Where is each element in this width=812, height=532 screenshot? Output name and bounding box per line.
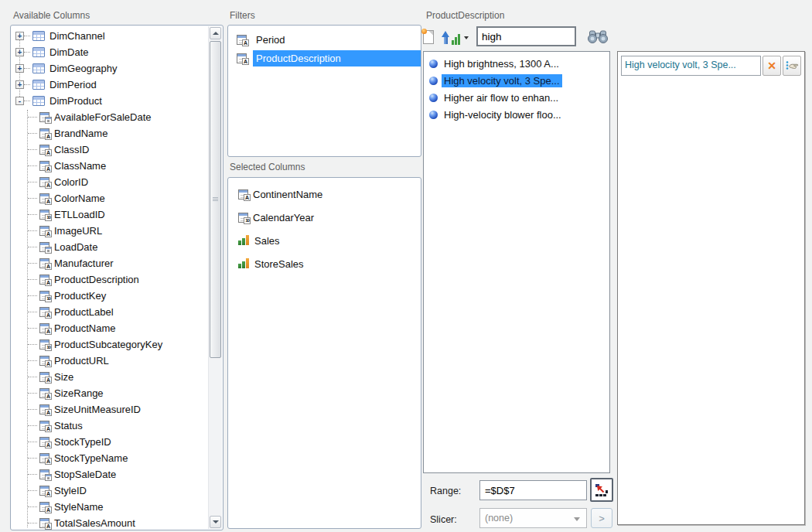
column-type-icon bbox=[238, 213, 248, 223]
value-item[interactable]: High velocity volt, 3 Spe... bbox=[424, 72, 609, 89]
value-item[interactable]: High brightness, 1300 A... bbox=[424, 55, 609, 72]
tree-item-label: ProductSubcategoryKey bbox=[54, 339, 162, 350]
tree-item[interactable]: ProductKey bbox=[12, 288, 209, 304]
tree-item[interactable]: ProductDescription bbox=[12, 271, 209, 288]
column-type-icon bbox=[39, 502, 49, 512]
tree-item[interactable]: BrandName bbox=[12, 125, 209, 142]
tree-item[interactable]: ProductSubcategoryKey bbox=[12, 336, 209, 353]
tree-scrollbar[interactable] bbox=[208, 26, 222, 529]
tree-item[interactable]: DimProduct bbox=[12, 93, 209, 109]
slicer-go-button[interactable]: > bbox=[591, 508, 612, 528]
tree-item-label: SizeUnitMeasureID bbox=[54, 404, 141, 415]
tree-connector bbox=[24, 101, 30, 101]
chip-value-text: High velocity volt, 3 Spe... bbox=[621, 56, 761, 76]
apply-selection-button[interactable] bbox=[783, 56, 801, 76]
tree-item[interactable]: DimPeriod bbox=[12, 77, 209, 93]
tree-item[interactable]: ColorID bbox=[12, 174, 209, 190]
expander-icon[interactable] bbox=[15, 32, 24, 40]
tree-item[interactable]: Size bbox=[12, 369, 209, 385]
tree-connector bbox=[28, 165, 37, 166]
tree-item-label: Status bbox=[54, 420, 83, 431]
expander-icon[interactable] bbox=[15, 80, 24, 89]
tree-item[interactable]: AvailableForSaleDate bbox=[12, 109, 209, 125]
selected-column-item[interactable]: ContinentName bbox=[228, 182, 421, 206]
tree-connector bbox=[28, 198, 37, 199]
tree-item[interactable]: StockTypeName bbox=[12, 450, 209, 466]
tree-connector bbox=[28, 442, 37, 442]
tree-item-label: StyleID bbox=[54, 485, 87, 496]
column-type-icon bbox=[39, 112, 49, 122]
expander-icon[interactable] bbox=[15, 64, 24, 73]
scrollbar-thumb[interactable] bbox=[210, 41, 221, 358]
tree-item[interactable]: ProductLabel bbox=[12, 304, 209, 320]
tree-item[interactable]: StyleName bbox=[12, 499, 209, 515]
tree-item-label: DimChannel bbox=[49, 30, 105, 42]
range-picker-button[interactable] bbox=[590, 478, 613, 502]
scroll-up-button[interactable] bbox=[210, 27, 221, 39]
column-type-icon bbox=[39, 145, 49, 155]
tree-connector bbox=[28, 393, 37, 394]
selected-column-item[interactable]: StoreSales bbox=[228, 252, 421, 275]
tree-item-label: ClassID bbox=[54, 144, 90, 155]
sort-ascending-button[interactable] bbox=[442, 29, 469, 45]
tree-item[interactable]: TotalSalesAmount bbox=[12, 515, 209, 530]
value-item[interactable]: Higher air flow to enhan... bbox=[424, 89, 609, 106]
column-type-icon bbox=[32, 47, 45, 57]
tree-item-label: DimGeography bbox=[49, 63, 117, 74]
tree-connector bbox=[24, 84, 30, 85]
tree-item[interactable]: SizeUnitMeasureID bbox=[12, 401, 209, 418]
scroll-down-button[interactable] bbox=[210, 516, 221, 528]
tree-connector bbox=[28, 182, 37, 182]
tree-connector bbox=[28, 360, 37, 361]
expander-icon[interactable] bbox=[15, 97, 24, 105]
tree-item[interactable]: DimGeography bbox=[12, 60, 209, 77]
tree-item[interactable]: ETLLoadID bbox=[12, 206, 209, 223]
selected-column-item[interactable]: Sales bbox=[228, 229, 421, 252]
slicer-dropdown[interactable]: (none) bbox=[479, 508, 587, 528]
tree-item-label: ETLLoadID bbox=[54, 209, 105, 220]
bullet-sphere-icon bbox=[429, 77, 438, 85]
column-type-icon bbox=[238, 258, 250, 269]
remove-value-button[interactable]: ✕ bbox=[763, 56, 781, 76]
selected-column-item[interactable]: CalendarYear bbox=[228, 206, 421, 229]
tree-item-label: StockTypeName bbox=[54, 452, 128, 464]
tree-item[interactable]: Status bbox=[12, 418, 209, 434]
tree-item[interactable]: ImageURL bbox=[12, 223, 209, 239]
tree-item[interactable]: ClassID bbox=[12, 142, 209, 158]
range-selector-icon bbox=[594, 483, 609, 498]
thumb-grip-icon bbox=[213, 197, 218, 202]
column-type-icon bbox=[238, 189, 248, 200]
value-item-label: High velocity volt, 3 Spe... bbox=[442, 74, 562, 87]
tree-item[interactable]: StockTypeID bbox=[12, 434, 209, 450]
column-type-icon bbox=[39, 437, 49, 447]
tree-item-label: ProductURL bbox=[54, 355, 109, 367]
tree-item[interactable]: ProductURL bbox=[12, 353, 209, 369]
new-filter-button[interactable] bbox=[423, 30, 434, 44]
column-type-icon bbox=[39, 388, 49, 398]
range-input[interactable] bbox=[479, 480, 587, 500]
available-columns-label: Available Columns bbox=[13, 10, 90, 21]
tree-item[interactable]: ColorName bbox=[12, 190, 209, 206]
tree-item[interactable]: LoadDate bbox=[12, 239, 209, 255]
tree-item[interactable]: SizeRange bbox=[12, 385, 209, 401]
tree-item[interactable]: DimDate bbox=[12, 44, 209, 60]
tree-item[interactable]: StopSaleDate bbox=[12, 466, 209, 483]
slicer-label: Slicer: bbox=[430, 514, 457, 525]
column-type-icon bbox=[39, 242, 49, 252]
value-rows: High brightness, 1300 A... High velocity… bbox=[424, 52, 609, 123]
filter-item[interactable]: ProductDescription bbox=[228, 49, 421, 67]
expander-icon[interactable] bbox=[15, 48, 24, 56]
filter-item[interactable]: Period bbox=[228, 30, 421, 49]
find-button[interactable] bbox=[586, 29, 609, 44]
tree-item[interactable]: DimChannel bbox=[12, 28, 209, 44]
tree-item[interactable]: ProductName bbox=[12, 320, 209, 336]
tree-item-label: BrandName bbox=[54, 128, 107, 139]
value-item[interactable]: High-velocity blower floo... bbox=[424, 106, 609, 123]
tree-item[interactable]: StyleID bbox=[12, 483, 209, 499]
column-type-icon bbox=[39, 258, 49, 268]
tree-item[interactable]: ClassName bbox=[12, 158, 209, 174]
tree-item[interactable]: Manufacturer bbox=[12, 255, 209, 271]
search-input[interactable] bbox=[476, 26, 576, 46]
selected-values-panel: High velocity volt, 3 Spe... ✕ bbox=[617, 51, 805, 525]
tree-connector bbox=[28, 117, 37, 118]
